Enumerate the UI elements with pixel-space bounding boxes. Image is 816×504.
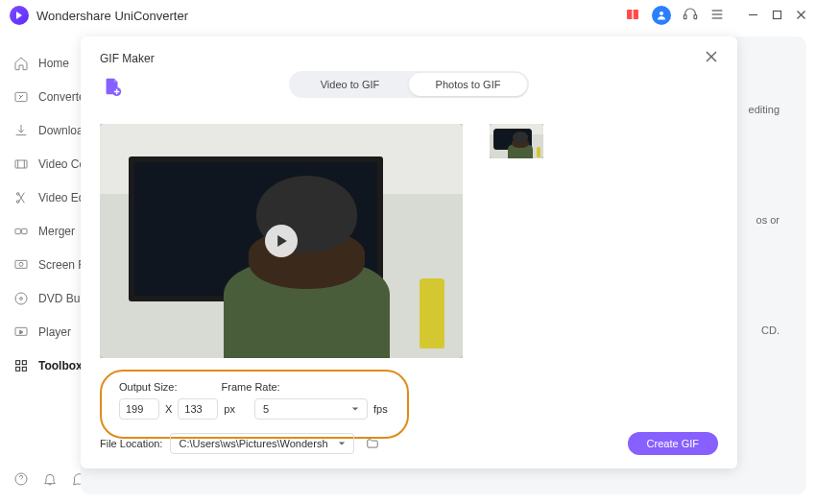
- px-label: px: [224, 403, 235, 415]
- svg-rect-27: [22, 367, 26, 371]
- sidebar-label: Player: [38, 325, 71, 339]
- bg-text: editing: [749, 104, 780, 115]
- file-location-select[interactable]: C:\Users\ws\Pictures\Wondersh: [170, 433, 354, 454]
- sidebar-item-video-editor[interactable]: Video Editor: [0, 184, 81, 211]
- sidebar: Home Converter Downloader Video Compress…: [0, 31, 81, 504]
- create-gif-button[interactable]: Create GIF: [628, 432, 718, 455]
- tab-photos-to-gif[interactable]: Photos to GIF: [409, 73, 527, 96]
- gift-icon[interactable]: [625, 6, 640, 25]
- svg-rect-10: [774, 11, 781, 18]
- svg-point-22: [20, 298, 23, 300]
- titlebar: Wondershare UniConverter: [0, 0, 816, 31]
- file-location-label: File Location:: [100, 438, 162, 449]
- times-label: X: [165, 403, 172, 415]
- svg-rect-5: [694, 14, 697, 18]
- svg-rect-24: [16, 361, 20, 365]
- frame-rate-select[interactable]: 5: [254, 398, 368, 420]
- settings-group: Output Size: Frame Rate: 199 X 133 px 5 …: [100, 370, 409, 439]
- sidebar-item-converter[interactable]: Converter: [0, 84, 81, 110]
- width-input[interactable]: 199: [119, 398, 159, 420]
- thumbnail-item[interactable]: [490, 124, 543, 158]
- open-folder-button[interactable]: [362, 433, 383, 454]
- frame-rate-label: Frame Rate:: [222, 381, 280, 393]
- headset-icon[interactable]: [683, 7, 698, 25]
- sidebar-item-dvd-burner[interactable]: DVD Burner: [0, 285, 81, 312]
- thumbnail-list: [490, 124, 543, 358]
- svg-rect-25: [22, 361, 26, 365]
- sidebar-item-toolbox[interactable]: Toolbox: [0, 352, 81, 379]
- svg-rect-17: [15, 228, 20, 233]
- minimize-button[interactable]: [748, 9, 758, 23]
- gif-maker-modal: GIF Maker Video to GIF Photos to GIF: [81, 36, 737, 468]
- sidebar-item-screen-recorder[interactable]: Screen Recorder: [0, 252, 81, 278]
- sidebar-item-video-compressor[interactable]: Video Compressor: [0, 151, 81, 178]
- chevron-down-icon: [351, 405, 359, 413]
- close-button[interactable]: [796, 9, 806, 23]
- sidebar-label: Home: [38, 57, 69, 70]
- svg-rect-18: [22, 228, 27, 233]
- app-logo-icon: [10, 6, 29, 25]
- fps-label: fps: [373, 403, 388, 415]
- sidebar-item-player[interactable]: Player: [0, 319, 81, 346]
- svg-point-21: [15, 293, 27, 304]
- app-title: Wondershare UniConverter: [36, 9, 188, 23]
- avatar-icon[interactable]: [652, 6, 671, 25]
- height-input[interactable]: 133: [178, 398, 218, 420]
- svg-point-20: [19, 262, 23, 266]
- bell-icon[interactable]: [42, 471, 58, 491]
- hamburger-icon[interactable]: [709, 7, 725, 25]
- modal-title: GIF Maker: [100, 52, 155, 65]
- svg-point-16: [16, 201, 19, 204]
- sidebar-item-home[interactable]: Home: [0, 50, 81, 77]
- svg-point-15: [16, 193, 19, 196]
- add-file-icon[interactable]: [102, 76, 123, 97]
- chevron-down-icon: [338, 440, 346, 447]
- svg-point-3: [660, 12, 663, 15]
- sidebar-label: Toolbox: [38, 359, 83, 372]
- preview-panel[interactable]: [100, 124, 463, 358]
- tabs: Video to GIF Photos to GIF: [289, 71, 529, 98]
- svg-rect-26: [16, 367, 20, 371]
- maximize-button[interactable]: [772, 9, 782, 23]
- sidebar-item-merger[interactable]: Merger: [0, 218, 81, 245]
- sidebar-label: Merger: [38, 225, 75, 238]
- output-size-label: Output Size:: [119, 381, 178, 393]
- tab-video-to-gif[interactable]: Video to GIF: [291, 73, 409, 96]
- play-icon[interactable]: [265, 225, 298, 257]
- svg-rect-14: [15, 160, 27, 168]
- svg-rect-2: [632, 10, 633, 19]
- svg-rect-4: [684, 14, 686, 18]
- close-icon[interactable]: [705, 48, 718, 68]
- bg-text: os or: [756, 214, 780, 226]
- bg-text: CD.: [761, 324, 780, 336]
- svg-rect-19: [15, 260, 27, 268]
- sidebar-item-downloader[interactable]: Downloader: [0, 117, 81, 144]
- help-icon[interactable]: [13, 471, 29, 491]
